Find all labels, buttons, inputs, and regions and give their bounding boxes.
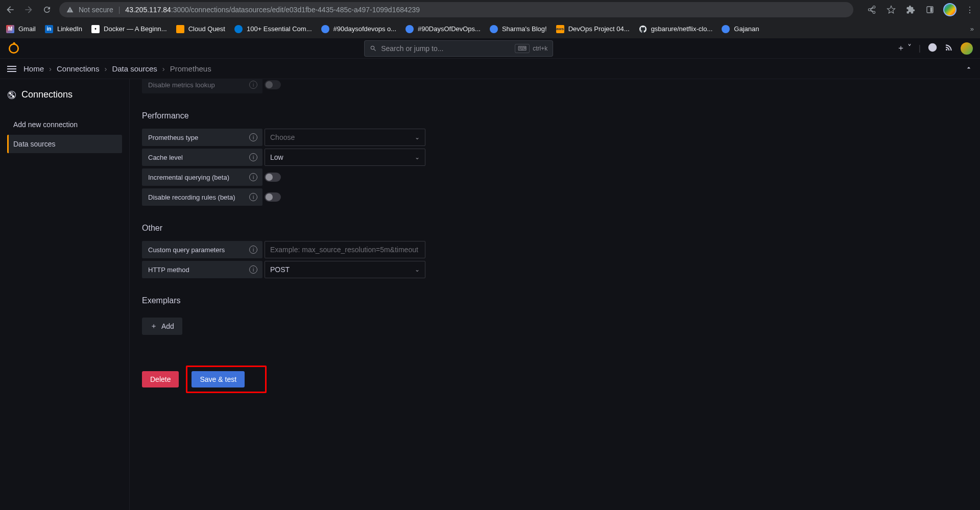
disable-recording-toggle[interactable]	[265, 192, 281, 202]
share-icon[interactable]	[866, 4, 878, 16]
delete-button[interactable]: Delete	[142, 371, 179, 387]
chrome-menu-icon[interactable]: ⋮	[964, 4, 976, 16]
chevron-down-icon: ⌄	[415, 154, 420, 161]
incremental-querying-label: Incremental querying (beta) i	[142, 168, 262, 186]
content-area: Disable metrics lookup i Performance Pro…	[129, 79, 980, 510]
custom-query-label: Custom query parameters i	[142, 241, 262, 258]
bookmarks-overflow-icon[interactable]: »	[970, 25, 974, 33]
browser-profile-avatar[interactable]	[943, 3, 957, 16]
search-placeholder: Search or jump to...	[381, 44, 443, 53]
cache-level-select[interactable]: Low ⌄	[265, 149, 425, 166]
sidebar-item-add-connection[interactable]: Add new connection	[7, 115, 122, 134]
star-icon[interactable]	[885, 4, 897, 16]
bookmark-gmail[interactable]: MGmail	[6, 25, 36, 33]
http-method-select[interactable]: POST ⌄	[265, 261, 425, 278]
info-icon[interactable]: i	[249, 153, 257, 161]
menu-icon[interactable]	[7, 66, 16, 72]
breadcrumb-datasources[interactable]: Data sources	[112, 64, 157, 73]
breadcrumb-current: Prometheus	[170, 64, 211, 73]
http-method-label: HTTP method i	[142, 261, 262, 278]
grafana-logo-icon[interactable]	[7, 42, 20, 55]
info-icon[interactable]: i	[249, 133, 257, 141]
chevron-right-icon: ›	[49, 64, 52, 73]
browser-nav: Not secure | 43.205.117.84:3000/connecti…	[0, 0, 980, 19]
disable-metrics-label: Disable metrics lookup i	[142, 79, 262, 93]
shortcut-label: ctrl+k	[533, 45, 547, 52]
breadcrumb-home[interactable]: Home	[23, 64, 44, 73]
other-header: Other	[142, 224, 968, 233]
bookmark-docker[interactable]: •Docker — A Beginn...	[91, 25, 167, 33]
disable-metrics-toggle[interactable]	[265, 80, 281, 89]
info-icon[interactable]: i	[249, 246, 257, 254]
bookmark-90days2[interactable]: #90DaysOfDevOps...	[405, 25, 481, 33]
sidebar: Connections Add new connection Data sour…	[0, 79, 129, 510]
save-test-button[interactable]: Save & test	[192, 371, 245, 387]
svg-rect-1	[930, 7, 933, 12]
reload-icon[interactable]	[41, 4, 53, 16]
browser-chrome: Not secure | 43.205.117.84:3000/connecti…	[0, 0, 980, 38]
back-icon[interactable]	[4, 4, 16, 16]
sidebar-title: Connections	[7, 89, 122, 100]
info-icon[interactable]: i	[249, 173, 257, 181]
info-icon[interactable]: i	[249, 81, 257, 89]
chevron-right-icon: ›	[162, 64, 165, 73]
breadcrumb: Home › Connections › Data sources › Prom…	[23, 64, 211, 73]
security-label: Not secure	[79, 6, 113, 14]
help-icon[interactable]	[928, 43, 937, 54]
incremental-querying-toggle[interactable]	[265, 173, 281, 182]
bookmark-gajanan[interactable]: Gajanan	[722, 25, 759, 33]
cache-level-label: Cache level i	[142, 149, 262, 166]
forward-icon[interactable]	[22, 4, 35, 16]
grafana-topbar: Search or jump to... ⌨ctrl+k ＋ ˅ |	[0, 38, 980, 59]
bookmark-netflix[interactable]: gsbarure/netflix-clo...	[639, 25, 713, 33]
bookmark-essential[interactable]: 100+ Essential Com...	[234, 25, 312, 33]
add-icon[interactable]: ＋ ˅	[897, 43, 911, 54]
performance-header: Performance	[142, 111, 968, 120]
kbd-icon: ⌨	[515, 44, 530, 53]
disable-recording-label: Disable recording rules (beta) i	[142, 188, 262, 206]
bookmark-linkedin[interactable]: inLinkedIn	[45, 25, 82, 33]
plus-icon: ＋	[150, 322, 157, 331]
prometheus-type-select[interactable]: Choose ⌄	[265, 129, 425, 146]
info-icon[interactable]: i	[249, 193, 257, 201]
extensions-icon[interactable]	[904, 4, 917, 16]
breadcrumb-bar: Home › Connections › Data sources › Prom…	[0, 59, 980, 79]
collapse-icon[interactable]	[965, 64, 973, 74]
bookmark-devops04[interactable]: awsDevOps Project 04...	[556, 25, 630, 33]
user-avatar[interactable]	[961, 42, 973, 55]
save-highlight-box: Save & test	[186, 366, 267, 393]
search-input[interactable]: Search or jump to... ⌨ctrl+k	[364, 40, 553, 57]
rss-icon[interactable]	[944, 43, 953, 54]
chevron-down-icon: ⌄	[415, 266, 420, 273]
add-button[interactable]: ＋ Add	[142, 318, 182, 335]
bookmark-90days1[interactable]: #90daysofdevops o...	[321, 25, 397, 33]
svg-point-2	[9, 44, 18, 53]
prometheus-type-label: Prometheus type i	[142, 129, 262, 146]
exemplars-header: Exemplars	[142, 296, 968, 305]
breadcrumb-connections[interactable]: Connections	[57, 64, 99, 73]
chevron-down-icon: ⌄	[415, 134, 420, 141]
sidebar-item-data-sources[interactable]: Data sources	[7, 135, 122, 153]
panel-icon[interactable]	[924, 4, 936, 16]
bookmark-cloudquest[interactable]: Cloud Quest	[176, 25, 225, 33]
bookmarks-bar: MGmail inLinkedIn •Docker — A Beginn... …	[0, 19, 980, 38]
info-icon[interactable]: i	[249, 265, 257, 274]
custom-query-input[interactable]	[265, 241, 425, 258]
url-text: 43.205.117.84:3000/connections/datasourc…	[125, 6, 420, 14]
url-bar[interactable]: Not secure | 43.205.117.84:3000/connecti…	[59, 2, 853, 17]
bookmark-sharma[interactable]: Sharma's Blog!	[490, 25, 547, 33]
chevron-right-icon: ›	[104, 64, 107, 73]
